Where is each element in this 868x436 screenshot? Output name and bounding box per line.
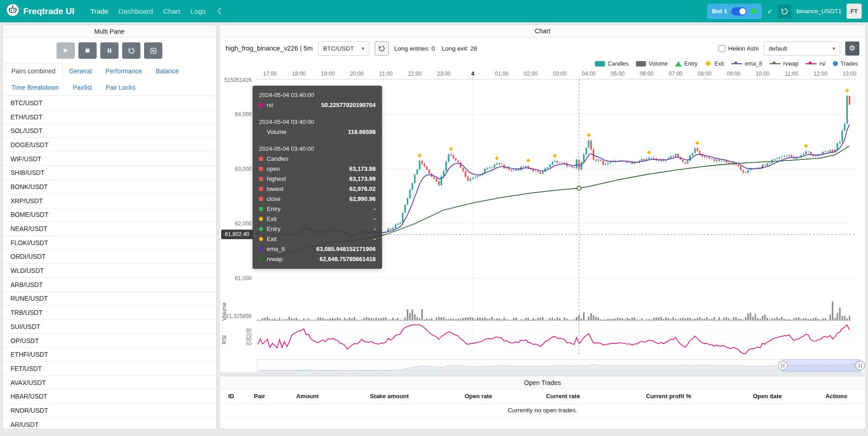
tooltip-timestamp: 2024-05-04 03:40:00: [259, 90, 376, 100]
pair-row-ethfi-usdt[interactable]: ETHFI/USDT: [3, 348, 216, 362]
pair-row-bome-usdt[interactable]: BOME/USDT: [3, 208, 216, 222]
pair-row-ordi-usdt[interactable]: ORDI/USDT: [3, 250, 216, 264]
tooltip-row-volume: Volume118.66598: [259, 127, 376, 137]
tooltip-row-ema-8: ema_863,085.948152171906: [259, 244, 376, 254]
tab-general[interactable]: General: [62, 63, 99, 79]
pair-row-sui-usdt[interactable]: SUI/USDT: [3, 320, 216, 334]
legend-item-exit[interactable]: Exit: [705, 61, 724, 67]
close-marker-icon: [259, 197, 263, 201]
nav-link-dashboard[interactable]: Dashboard: [114, 7, 158, 15]
pair-row-trb-usdt[interactable]: TRB/USDT: [3, 306, 216, 320]
nav-link-chart[interactable]: Chart: [158, 7, 186, 15]
legend-item-trades[interactable]: Trades: [833, 61, 858, 67]
tooltip-row-close: close62,990.96: [259, 194, 376, 204]
exit-legend-icon: [705, 61, 711, 67]
pair-row-eth-usdt[interactable]: ETH/USDT: [3, 110, 216, 124]
time-axis-label: 11:00: [785, 71, 798, 77]
plot-settings-button[interactable]: ⚙: [845, 41, 859, 56]
pair-row-rune-usdt[interactable]: RUNE/USDT: [3, 292, 216, 306]
pair-row-ar-usdt[interactable]: AR/USDT: [3, 418, 216, 429]
reload-icon: [128, 47, 135, 54]
pair-row-doge-usdt[interactable]: DOGE/USDT: [3, 138, 216, 152]
price-axis-label: 63,000: [235, 166, 252, 172]
theme-toggle-moon-icon[interactable]: ☾: [212, 6, 229, 16]
bot-selector[interactable]: Bot 1: [707, 4, 762, 19]
tooltip-row-lowest: lowest62,976.02: [259, 184, 376, 194]
legend-item-rvwap[interactable]: rvwap: [770, 61, 798, 67]
user-avatar[interactable]: FT: [847, 4, 862, 19]
price-axis-label: 62,000: [235, 221, 252, 227]
tab-performance[interactable]: Performance: [98, 63, 149, 79]
pair-row-fet-usdt[interactable]: FET/USDT: [3, 362, 216, 376]
time-axis-label: 06:00: [640, 71, 653, 77]
legend-item-volume[interactable]: Volume: [636, 61, 668, 67]
column-header-amount: Amount: [277, 389, 338, 404]
nav-link-trade[interactable]: Trade: [85, 7, 114, 15]
tooltip-row-rsi: rsi50.22577020190704: [259, 100, 376, 110]
pair-select[interactable]: BTC/USDT ▾: [318, 41, 369, 56]
datazoom-handle[interactable]: [778, 361, 787, 370]
heikin-ashi-control: Heikin Ashi: [718, 45, 759, 52]
pair-row-sol-usdt[interactable]: SOL/USDT: [3, 124, 216, 138]
legend-item-rsi[interactable]: rsi: [806, 61, 825, 67]
column-header-actions: Actions: [807, 389, 865, 404]
column-header-current-rate: Current rate: [516, 389, 610, 404]
pair-row-near-usdt[interactable]: NEAR/USDT: [3, 222, 216, 236]
gear-icon: ⚙: [849, 44, 855, 52]
pair-row-btc-usdt[interactable]: BTC/USDT: [3, 96, 216, 110]
pause-button[interactable]: [100, 42, 119, 59]
stop-button[interactable]: [78, 42, 97, 59]
time-axis-label: 10:00: [756, 71, 770, 77]
pair-row-arb-usdt[interactable]: ARB/USDT: [3, 278, 216, 292]
trades-legend-icon: [833, 61, 838, 66]
bot-toggle[interactable]: [731, 7, 747, 15]
candles-marker-icon: [259, 157, 263, 161]
pair-row-wif-usdt[interactable]: WIF/USDT: [3, 152, 216, 166]
tab-time-breakdown[interactable]: Time Breakdown: [5, 79, 66, 96]
bot-online-dot: [751, 8, 757, 14]
pair-row-rndr-usdt[interactable]: RNDR/USDT: [3, 404, 216, 418]
rvwap-marker-icon: [259, 257, 263, 261]
stop-icon: [84, 47, 91, 54]
pair-row-bonk-usdt[interactable]: BONK/USDT: [3, 180, 216, 194]
volume-legend-icon: [636, 61, 646, 67]
legend-item-entry[interactable]: Entry: [675, 61, 698, 67]
entry-marker-icon: [259, 227, 263, 231]
open-trades-title: Open Trades: [220, 376, 865, 389]
reload-config-button[interactable]: [122, 42, 140, 59]
pair-row-floki-usdt[interactable]: FLOKI/USDT: [3, 236, 216, 250]
signal-counts: Long entries: 0 Long exit: 28: [394, 45, 477, 52]
entry-legend-icon: [675, 61, 682, 67]
navbar-links: TradeDashboardChartLogs: [85, 7, 211, 15]
tab-pairlist[interactable]: Pairlist: [66, 79, 99, 96]
pair-row-avax-usdt[interactable]: AVAX/USDT: [3, 376, 216, 390]
time-axis-label: 4: [471, 71, 475, 77]
legend-item-ema-8[interactable]: ema_8: [731, 61, 762, 67]
nav-link-logs[interactable]: Logs: [186, 7, 211, 15]
pair-row-wld-usdt[interactable]: WLD/USDT: [3, 264, 216, 278]
tooltip-row-entry: Entry-: [259, 204, 376, 214]
pair-list: BTC/USDTETH/USDTSOL/USDTDOGE/USDTWIF/USD…: [3, 96, 216, 429]
pair-row-xrp-usdt[interactable]: XRP/USDT: [3, 194, 216, 208]
force-exit-button[interactable]: [144, 42, 162, 59]
tab-balance[interactable]: Balance: [149, 63, 186, 79]
chart-refresh-button[interactable]: [375, 41, 389, 56]
pair-row-hbar-usdt[interactable]: HBAR/USDT: [3, 390, 216, 404]
play-button[interactable]: [57, 42, 75, 59]
chart-area: CandlesVolumeEntryExitema_8rvwaprsiTrade…: [220, 59, 865, 373]
heikin-ashi-checkbox[interactable]: [718, 45, 725, 52]
brand: Freqtrade UI: [6, 4, 74, 19]
pair-row-op-usdt[interactable]: OP/USDT: [3, 334, 216, 348]
lowest-marker-icon: [259, 187, 263, 191]
datazoom-handle[interactable]: [856, 361, 865, 370]
legend-item-candles[interactable]: Candles: [595, 61, 629, 67]
play-icon: [62, 47, 69, 54]
plot-config-select[interactable]: default ▾: [764, 41, 840, 56]
tooltip-row-rvwap: rvwap62,648.75785661418: [259, 254, 376, 264]
tab-pairs-combined[interactable]: Pairs combined: [5, 63, 62, 79]
pair-row-shib-usdt[interactable]: SHIB/USDT: [3, 166, 216, 180]
tab-pair-locks[interactable]: Pair Locks: [99, 79, 142, 96]
time-axis-label: 01:00: [495, 71, 509, 77]
time-axis-label: 02:00: [524, 71, 537, 77]
global-reload-button[interactable]: [778, 5, 791, 18]
